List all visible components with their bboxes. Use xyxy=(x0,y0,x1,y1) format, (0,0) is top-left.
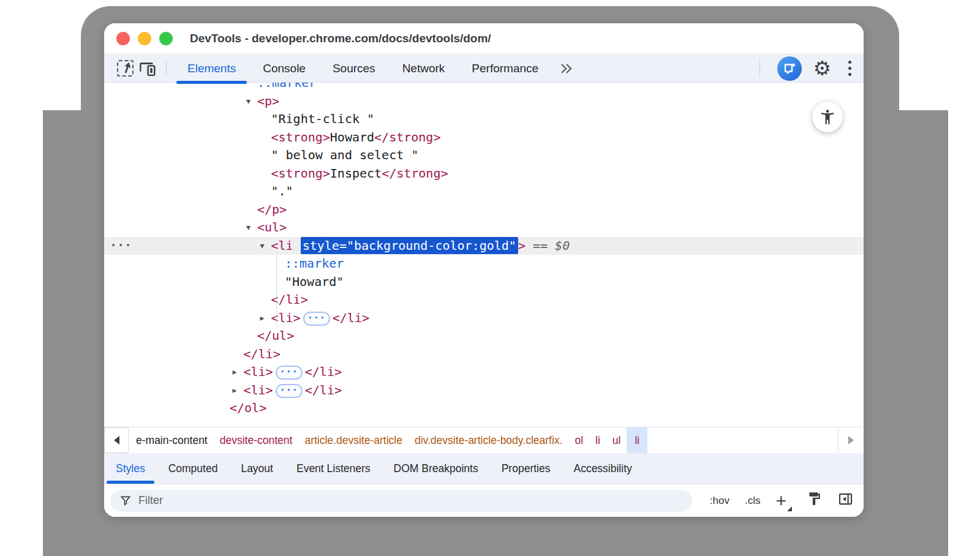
close-button[interactable] xyxy=(116,32,130,45)
tree-row[interactable]: ▸<li>···</li> xyxy=(104,381,864,400)
device-toolbar-button[interactable] xyxy=(136,58,158,80)
tree-row-content: </p> xyxy=(257,202,287,217)
more-options-button[interactable] xyxy=(846,58,854,78)
breadcrumb-item-article-devsite-article[interactable]: article.devsite-article xyxy=(298,427,409,453)
window-title: DevTools - developer.chrome.com/docs/dev… xyxy=(190,32,491,45)
tag-token: </p> xyxy=(257,202,287,217)
tree-row[interactable]: </li> xyxy=(104,345,864,364)
collapsed-children-button[interactable]: ··· xyxy=(276,366,303,380)
tag-token: </li> xyxy=(244,347,281,361)
tree-row[interactable]: ::marker xyxy=(104,255,864,273)
dropdown-corner-icon xyxy=(787,506,792,511)
breadcrumb-scroll-left-button[interactable] xyxy=(104,427,129,453)
tree-row[interactable]: </li> xyxy=(104,291,864,309)
filter-placeholder: Filter xyxy=(138,494,163,507)
tag-token: <strong> xyxy=(271,166,330,181)
accessibility-button[interactable] xyxy=(812,102,843,132)
expand-arrow-down-icon[interactable]: ▾ xyxy=(260,237,265,255)
tree-row[interactable]: <strong>Inspect</strong> xyxy=(104,165,864,183)
tree-row[interactable]: ▸<li>···</li> xyxy=(104,363,864,381)
tree-row[interactable]: <strong>Howard</strong> xyxy=(104,129,864,147)
toggle-element-state-button[interactable]: :hov xyxy=(710,495,729,507)
new-style-rule-button[interactable]: + xyxy=(775,492,791,510)
tab-properties[interactable]: Properties xyxy=(490,453,562,484)
tag-token: <li> xyxy=(244,383,273,397)
text-token: "." xyxy=(271,184,293,198)
tree-row[interactable]: ::marker xyxy=(104,83,864,92)
collapsed-children-button[interactable]: ··· xyxy=(303,312,330,326)
breadcrumb-item-div-devsite-article-body-clearfix-[interactable]: div.devsite-article-body.clearfix. xyxy=(409,427,569,453)
styles-filter-input[interactable]: Filter xyxy=(110,490,692,512)
tree-row[interactable]: </ol> xyxy=(104,399,864,418)
collapsed-children-button[interactable]: ··· xyxy=(276,384,303,398)
dom-tree: ::marker▾<p>"Right-click "<strong>Howard… xyxy=(104,83,864,427)
breadcrumb-scroll-right-button[interactable] xyxy=(838,427,864,453)
tree-row[interactable]: "Howard" xyxy=(104,273,864,291)
expand-arrow-right-icon[interactable]: ▸ xyxy=(233,381,237,400)
text-token: "Howard" xyxy=(285,274,344,289)
breadcrumb-item-li[interactable]: li xyxy=(589,427,606,453)
tab-computed[interactable]: Computed xyxy=(157,453,230,484)
more-tabs-button[interactable] xyxy=(558,62,574,75)
tree-row[interactable]: ▸<li>···</li> xyxy=(104,309,864,328)
tab-console[interactable]: Console xyxy=(249,54,319,82)
tab-elements[interactable]: Elements xyxy=(174,54,249,82)
tree-row-content: <li style="background-color:gold"> == $0 xyxy=(271,237,570,254)
breadcrumb-item-ul[interactable]: ul xyxy=(606,427,627,453)
tree-row[interactable]: </ul> xyxy=(104,327,864,345)
minimize-button[interactable] xyxy=(138,32,151,45)
tag-token: <li> xyxy=(244,364,273,379)
rendering-emulations-button[interactable] xyxy=(806,491,822,510)
breadcrumb-item-devsite-content[interactable]: devsite-content xyxy=(214,427,299,453)
tree-row[interactable]: "." xyxy=(104,182,864,201)
tree-row-content: </ul> xyxy=(257,328,294,343)
settings-button[interactable]: ⚙ xyxy=(813,58,831,78)
tab-label: Elements xyxy=(187,62,236,75)
styles-pane-controls: :hov .cls + xyxy=(710,491,854,510)
tab-accessibility[interactable]: Accessibility xyxy=(562,453,643,484)
devtools-window: DevTools - developer.chrome.com/docs/dev… xyxy=(104,23,864,517)
active-tab-underline xyxy=(107,481,154,484)
tree-row-content: <ul> xyxy=(257,220,287,235)
tag-token: </strong> xyxy=(382,166,448,181)
chevron-left-icon xyxy=(114,436,119,445)
tab-layout[interactable]: Layout xyxy=(229,453,285,484)
attribute-editing-highlight[interactable]: style="background-color:gold" xyxy=(301,237,518,254)
tree-row[interactable]: ▾<p> xyxy=(104,92,864,111)
expand-arrow-down-icon[interactable]: ▾ xyxy=(246,92,251,111)
tab-network[interactable]: Network xyxy=(389,54,459,82)
expand-arrow-right-icon[interactable]: ▸ xyxy=(260,309,265,328)
tab-styles[interactable]: Styles xyxy=(104,453,157,484)
devtools-toolbar: ElementsConsoleSourcesNetworkPerformance… xyxy=(104,54,864,83)
breadcrumb-item-ol[interactable]: ol xyxy=(568,427,589,453)
tag-token: </li> xyxy=(305,383,342,397)
row-actions-button[interactable]: ··· xyxy=(110,236,132,255)
tab-label: DOM Breakpoints xyxy=(394,462,478,475)
styles-filter-bar: Filter :hov .cls + xyxy=(104,484,864,517)
tree-row[interactable]: ▾<ul> xyxy=(104,219,864,237)
tree-row[interactable]: " below and select " xyxy=(104,146,864,165)
accessibility-person-icon xyxy=(819,108,836,126)
zoom-button[interactable] xyxy=(159,32,173,45)
chevron-right-icon xyxy=(848,436,854,445)
tree-row-selected[interactable]: ···▾<li style="background-color:gold"> =… xyxy=(104,237,864,255)
tree-row[interactable]: "Right-click " xyxy=(104,110,864,129)
tree-row[interactable]: </p> xyxy=(104,201,864,219)
tab-label: Performance xyxy=(472,62,538,75)
toggle-sidebar-icon xyxy=(837,491,854,507)
tab-event-listeners[interactable]: Event Listeners xyxy=(285,453,382,484)
breadcrumb-item-e-main-content[interactable]: e-main-content xyxy=(130,427,214,453)
tree-row-content: </li> xyxy=(244,347,281,361)
tab-sources[interactable]: Sources xyxy=(319,54,389,82)
toggle-sidebar-button[interactable] xyxy=(837,491,854,510)
expand-arrow-right-icon[interactable]: ▸ xyxy=(233,363,237,381)
tree-row-content: <p> xyxy=(257,94,279,108)
toggle-classes-button[interactable]: .cls xyxy=(745,495,761,507)
inspect-element-button[interactable] xyxy=(114,58,136,80)
expand-arrow-down-icon[interactable]: ▾ xyxy=(246,219,251,237)
breadcrumb-item-li[interactable]: li xyxy=(627,427,647,453)
tab-dom-breakpoints[interactable]: DOM Breakpoints xyxy=(382,453,490,484)
indent-guide xyxy=(276,255,277,327)
tab-performance[interactable]: Performance xyxy=(458,54,552,82)
ai-assistant-button[interactable] xyxy=(777,56,802,81)
